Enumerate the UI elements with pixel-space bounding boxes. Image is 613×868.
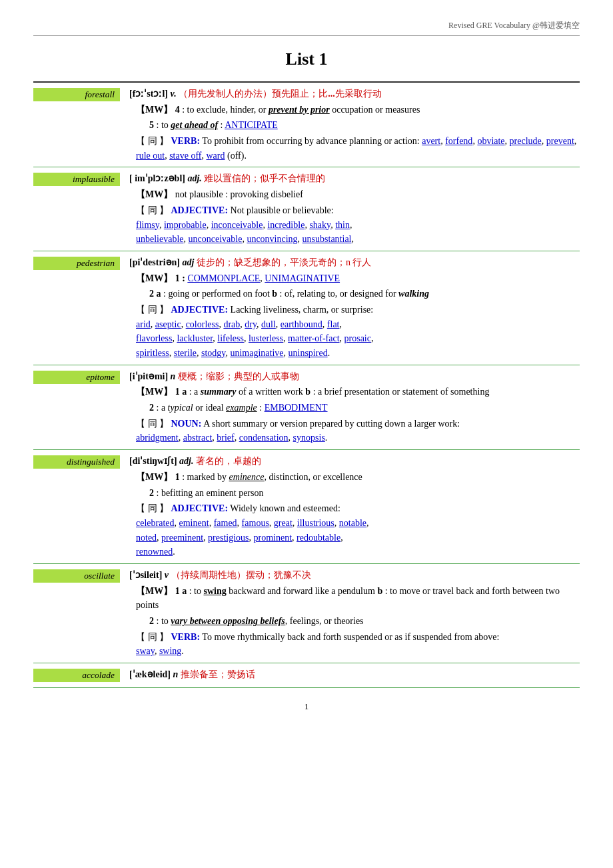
phonetic-pedestrian: [piˈdestriən] adj 徒步的；缺乏想象的，平淡无奇的；n 行人 (129, 255, 580, 270)
word-epitome: epitome (33, 371, 120, 384)
entry-forestall: forestall [fɔːˈstɔːl] v. （用先发制人的办法）预先阻止；… (33, 83, 580, 167)
link-preclude[interactable]: preclude (510, 136, 542, 146)
link-colorless[interactable]: colorless (186, 319, 219, 329)
word-forestall: forestall (33, 88, 120, 101)
link-matter-of-fact[interactable]: matter-of-fact (288, 333, 339, 343)
link-unimaginative[interactable]: UNIMAGINATIVE (265, 273, 340, 283)
syn-pedestrian: 【 同 】 ADJECTIVE: Lacking liveliness, cha… (136, 303, 580, 361)
link-avert[interactable]: avert (422, 136, 440, 146)
link-prominent[interactable]: prominent (254, 533, 293, 543)
link-unconceivable[interactable]: unconceivable (189, 234, 243, 244)
link-notable[interactable]: notable (339, 518, 366, 528)
link-stave-off[interactable]: stave off (169, 151, 201, 161)
link-celebrated[interactable]: celebrated (136, 518, 175, 528)
content-distinguished: [diˈstiŋwɪʃt] adj. 著名的，卓越的 【MW】 1 : mark… (120, 454, 580, 559)
link-anticipate[interactable]: ANTICIPATE (225, 120, 278, 130)
link-redoubtable[interactable]: redoubtable (297, 533, 340, 543)
link-sway[interactable]: sway (136, 646, 155, 656)
link-synopsis[interactable]: synopsis (293, 433, 325, 443)
link-thin[interactable]: thin (335, 220, 350, 230)
link-embodiment[interactable]: EMBODIMENT (265, 403, 328, 413)
link-inconceivable[interactable]: inconceivable (211, 220, 263, 230)
link-forfend[interactable]: forfend (445, 136, 472, 146)
link-incredible[interactable]: incredible (267, 220, 305, 230)
link-famous[interactable]: famous (242, 518, 269, 528)
mw-distinguished-2: 2 : befitting an eminent person (149, 486, 580, 501)
link-prestigious[interactable]: prestigious (208, 533, 249, 543)
link-lackluster[interactable]: lackluster (177, 333, 213, 343)
link-stodgy[interactable]: stodgy (201, 348, 225, 358)
phonetic-distinguished: [diˈstiŋwɪʃt] adj. 著名的，卓越的 (129, 454, 580, 469)
link-lusterless[interactable]: lusterless (249, 333, 283, 343)
link-commonplace[interactable]: COMMONPLACE (187, 273, 260, 283)
link-preeminent[interactable]: preeminent (161, 533, 203, 543)
link-famed[interactable]: famed (214, 518, 237, 528)
link-spiritless[interactable]: spiritless (136, 348, 169, 358)
syn-distinguished: 【 同 】 ADJECTIVE: Widely known and esteem… (136, 501, 580, 559)
link-brief[interactable]: brief (217, 433, 234, 443)
link-flimsy[interactable]: flimsy (136, 220, 159, 230)
word-pedestrian: pedestrian (33, 257, 120, 270)
header: Revised GRE Vocabulary @韩进爱填空 (33, 20, 580, 36)
link-noted[interactable]: noted (136, 533, 157, 543)
mw-epitome-1: 【MW】 1 a : a summary of a written work b… (136, 385, 580, 399)
link-eminent[interactable]: eminent (179, 518, 209, 528)
link-ward[interactable]: ward (207, 151, 225, 161)
link-earthbound[interactable]: earthbound (281, 319, 322, 329)
link-unsubstantial[interactable]: unsubstantial (303, 234, 352, 244)
mw-implausible-1: 【MW】 not plausible : provoking disbelief (136, 187, 580, 202)
link-dull[interactable]: dull (261, 319, 276, 329)
link-prosaic[interactable]: prosaic (344, 333, 371, 343)
mw-pedestrian-2: 2 a : going or performed on foot b : of,… (149, 287, 580, 301)
content-forestall: [fɔːˈstɔːl] v. （用先发制人的办法）预先阻止；比...先采取行动 … (120, 87, 580, 163)
link-lifeless[interactable]: lifeless (217, 333, 244, 343)
link-improbable[interactable]: improbable (164, 220, 207, 230)
mw-pedestrian-1: 【MW】 1 : COMMONPLACE, UNIMAGINATIVE (136, 271, 580, 286)
link-great[interactable]: great (274, 518, 293, 528)
mw-distinguished-1: 【MW】 1 : marked by eminence, distinction… (136, 470, 580, 485)
link-shaky[interactable]: shaky (309, 220, 330, 230)
link-swing[interactable]: swing (159, 646, 181, 656)
link-sterile[interactable]: sterile (174, 348, 197, 358)
link-unconvincing[interactable]: unconvincing (247, 234, 297, 244)
page-title: List 1 (33, 49, 580, 69)
link-prevent[interactable]: prevent (546, 136, 574, 146)
entry-implausible: implausible [ imˈplɔːzəbl] adj. 难以置信的；似乎… (33, 167, 580, 251)
link-renowned[interactable]: renowned (136, 547, 173, 557)
mw-oscillate-1: 【MW】 1 a : to swing backward and forward… (136, 584, 580, 613)
link-rule-out[interactable]: rule out (136, 151, 165, 161)
word-accolade: accolade (33, 669, 120, 682)
word-distinguished: distinguished (33, 455, 120, 469)
link-flat[interactable]: flat (327, 319, 340, 329)
link-unbelievable[interactable]: unbelievable (136, 234, 184, 244)
link-flavorless[interactable]: flavorless (136, 333, 172, 343)
word-implausible: implausible (33, 173, 120, 186)
link-uninspired[interactable]: uninspired (289, 348, 328, 358)
content-pedestrian: [piˈdestriən] adj 徒步的；缺乏想象的，平淡无奇的；n 行人 【… (120, 255, 580, 361)
content-implausible: [ imˈplɔːzəbl] adj. 难以置信的；似乎不合情理的 【MW】 n… (120, 171, 580, 246)
link-condensation[interactable]: condensation (239, 433, 289, 443)
link-abstract[interactable]: abstract (183, 433, 213, 443)
link-dry[interactable]: dry (245, 319, 257, 329)
mw-oscillate-2: 2 : to vary between opposing beliefs, fe… (149, 614, 580, 629)
mw-forestall-1: 【MW】 4 : to exclude, hinder, or prevent … (136, 103, 580, 117)
entry-oscillate: oscillate [ˈɔsileit] v （持续周期性地）摆动；犹豫不决 【… (33, 564, 580, 663)
entry-distinguished: distinguished [diˈstiŋwɪʃt] adj. 著名的，卓越的… (33, 450, 580, 564)
link-drab[interactable]: drab (223, 319, 240, 329)
link-aseptic[interactable]: aseptic (155, 319, 181, 329)
link-arid[interactable]: arid (136, 319, 151, 329)
mw-epitome-2: 2 : a typical or ideal example : EMBODIM… (149, 401, 580, 415)
link-illustrious[interactable]: illustrious (297, 518, 334, 528)
syn-forestall: 【 同 】 VERB: To prohibit from occurring b… (136, 134, 580, 163)
content-accolade: [ˈækəleid] n 推崇备至；赞扬话 (120, 667, 580, 683)
page-number: 1 (33, 701, 580, 712)
entry-epitome: epitome [iˈpitəmi] n 梗概；缩影；典型的人或事物 【MW】 … (33, 365, 580, 450)
phonetic-forestall: [fɔːˈstɔːl] v. （用先发制人的办法）预先阻止；比...先采取行动 (129, 87, 580, 101)
syn-epitome: 【 同 】 NOUN: A short summary or version p… (136, 417, 580, 445)
syn-implausible: 【 同 】 ADJECTIVE: Not plausible or believ… (136, 203, 580, 247)
phonetic-oscillate: [ˈɔsileit] v （持续周期性地）摆动；犹豫不决 (129, 568, 580, 583)
phonetic-epitome: [iˈpitəmi] n 梗概；缩影；典型的人或事物 (129, 369, 580, 384)
link-obviate[interactable]: obviate (477, 136, 504, 146)
link-unimaginative2[interactable]: unimaginative (230, 348, 283, 358)
link-abridgment[interactable]: abridgment (136, 433, 179, 443)
